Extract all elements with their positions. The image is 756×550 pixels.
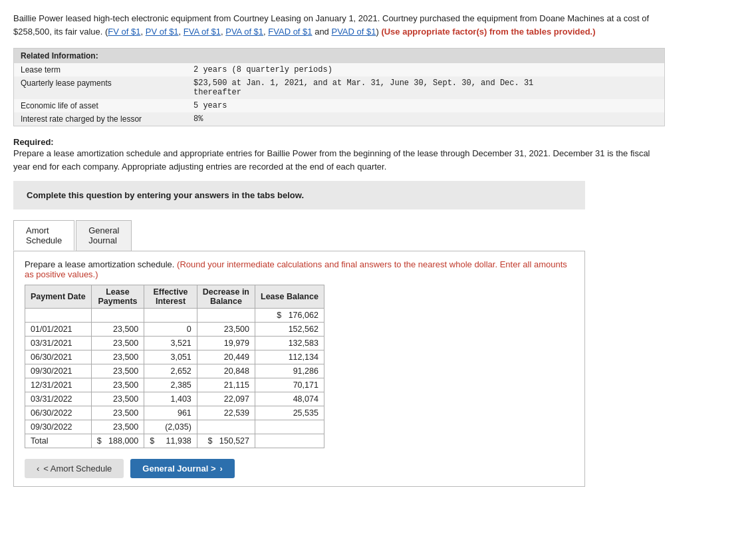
- cell-balance-5: 48,074: [255, 392, 324, 406]
- prev-arrow-icon: ‹: [37, 464, 39, 474]
- table-row-total: Total $ 188,000 $ 11,938 $ 150,527: [25, 434, 324, 448]
- cell-interest-7: (2,035): [144, 420, 197, 434]
- col-header-decrease: Decrease inBalance: [197, 285, 255, 309]
- pv-link[interactable]: PV of $1: [146, 27, 179, 37]
- cell-payments-0: 23,500: [91, 323, 144, 337]
- cell-interest-0: 0: [144, 323, 197, 337]
- tab-instruction-main: Prepare a lease amortization schedule.: [25, 259, 177, 269]
- cell-decrease-2: 20,449: [197, 350, 255, 364]
- fvad-link[interactable]: FVAD of $1: [268, 27, 312, 37]
- related-info-row-2: Economic life of asset 5 years: [14, 99, 664, 112]
- cell-decrease-0: 23,500: [197, 323, 255, 337]
- use-factors-text: (Use appropriate factor(s) from the tabl…: [381, 27, 595, 37]
- col-header-date: Payment Date: [25, 285, 92, 309]
- cell-payments-4: 23,500: [91, 378, 144, 392]
- col-header-interest: EffectiveInterest: [144, 285, 197, 309]
- cell-interest-2: 3,051: [144, 350, 197, 364]
- required-section: Required: Prepare a lease amortization s…: [13, 137, 665, 173]
- cell-balance-1: 132,583: [255, 337, 324, 350]
- table-row-1: 03/31/2021 23,500 3,521 19,979 132,583: [25, 337, 324, 350]
- related-info-row-0: Lease term 2 years (8 quarterly periods): [14, 63, 664, 76]
- tab-content-amort: Prepare a lease amortization schedule. (…: [13, 251, 585, 487]
- ri-value-2: 5 years: [187, 99, 664, 112]
- ri-value-0: 2 years (8 quarterly periods): [187, 63, 664, 76]
- tab-general-journal[interactable]: GeneralJournal: [76, 220, 132, 251]
- amort-table: Payment Date LeasePayments EffectiveInte…: [25, 285, 324, 448]
- ri-value-3: 8%: [187, 112, 664, 126]
- table-row-0: 01/01/2021 23,500 0 23,500 152,562: [25, 323, 324, 337]
- cell-decrease-6: 22,539: [197, 406, 255, 420]
- ri-label-0: Lease term: [14, 63, 187, 76]
- next-button[interactable]: General Journal > ›: [130, 459, 235, 478]
- cell-balance-2: 112,134: [255, 350, 324, 364]
- pva-link[interactable]: PVA of $1: [225, 27, 263, 37]
- cell-interest-5: 1,403: [144, 392, 197, 406]
- cell-payments-opening: [91, 309, 144, 323]
- cell-date-7: 09/30/2022: [25, 420, 92, 434]
- col-header-balance: Lease Balance: [255, 285, 324, 309]
- cell-payments-7: 23,500: [91, 420, 144, 434]
- cell-decrease-5: 22,097: [197, 392, 255, 406]
- table-row-4: 12/31/2021 23,500 2,385 21,115 70,171: [25, 378, 324, 392]
- cell-payments-1: 23,500: [91, 337, 144, 350]
- table-header-row: Payment Date LeasePayments EffectiveInte…: [25, 285, 324, 309]
- prev-button-label: < Amort Schedule: [43, 464, 112, 474]
- next-button-label: General Journal >: [142, 464, 215, 474]
- complete-question-box: Complete this question by entering your …: [13, 181, 585, 209]
- table-row-2: 06/30/2021 23,500 3,051 20,449 112,134: [25, 350, 324, 364]
- cell-date-opening: [25, 309, 92, 323]
- ri-label-1: Quarterly lease payments: [14, 76, 187, 99]
- cell-date-2: 06/30/2021: [25, 350, 92, 364]
- cell-date-1: 03/31/2021: [25, 337, 92, 350]
- cell-balance-0: 152,562: [255, 323, 324, 337]
- cell-payments-5: 23,500: [91, 392, 144, 406]
- cell-interest-6: 961: [144, 406, 197, 420]
- cell-interest-3: 2,652: [144, 364, 197, 378]
- cell-decrease-opening: [197, 309, 255, 323]
- cell-date-0: 01/01/2021: [25, 323, 92, 337]
- cell-decrease-7: [197, 420, 255, 434]
- cell-date-3: 09/30/2021: [25, 364, 92, 378]
- ri-label-2: Economic life of asset: [14, 99, 187, 112]
- cell-total-balance: [255, 434, 324, 448]
- table-row-5: 03/31/2022 23,500 1,403 22,097 48,074: [25, 392, 324, 406]
- table-row-7: 09/30/2022 23,500 (2,035): [25, 420, 324, 434]
- intro-paragraph: Baillie Power leased high-tech electroni…: [13, 12, 665, 39]
- cell-date-4: 12/31/2021: [25, 378, 92, 392]
- tab-instruction: Prepare a lease amortization schedule. (…: [25, 259, 574, 279]
- ri-value-1: $23,500 at Jan. 1, 2021, and at Mar. 31,…: [187, 76, 664, 99]
- cell-payments-3: 23,500: [91, 364, 144, 378]
- cell-balance-3: 91,286: [255, 364, 324, 378]
- pvad-link[interactable]: PVAD of $1: [331, 27, 376, 37]
- cell-balance-4: 70,171: [255, 378, 324, 392]
- table-row-opening: $ 176,062: [25, 309, 324, 323]
- nav-buttons: ‹ < Amort Schedule General Journal > ›: [25, 459, 574, 478]
- related-info-row-3: Interest rate charged by the lessor 8%: [14, 112, 664, 126]
- related-info-box: Related Information: Lease term 2 years …: [13, 48, 665, 126]
- cell-decrease-3: 20,848: [197, 364, 255, 378]
- required-body: Prepare a lease amortization schedule an…: [13, 147, 665, 173]
- cell-balance-opening: $ 176,062: [255, 309, 324, 323]
- table-row-6: 06/30/2022 23,500 961 22,539 25,535: [25, 406, 324, 420]
- cell-balance-6: 25,535: [255, 406, 324, 420]
- tabs-row: AmortSchedule GeneralJournal: [13, 220, 585, 251]
- cell-date-5: 03/31/2022: [25, 392, 92, 406]
- ri-label-3: Interest rate charged by the lessor: [14, 112, 187, 126]
- fv-link[interactable]: FV of $1: [108, 27, 140, 37]
- related-info-row-1: Quarterly lease payments $23,500 at Jan.…: [14, 76, 664, 99]
- cell-total-decrease: $ 150,527: [197, 434, 255, 448]
- cell-balance-7: [255, 420, 324, 434]
- related-info-header: Related Information:: [14, 49, 664, 63]
- cell-decrease-1: 19,979: [197, 337, 255, 350]
- cell-total-label: Total: [25, 434, 92, 448]
- cell-date-6: 06/30/2022: [25, 406, 92, 420]
- cell-payments-6: 23,500: [91, 406, 144, 420]
- required-title: Required:: [13, 137, 665, 147]
- tab-amort-schedule[interactable]: AmortSchedule: [13, 220, 74, 251]
- next-arrow-icon: ›: [220, 464, 223, 474]
- fva-link[interactable]: FVA of $1: [184, 27, 221, 37]
- col-header-payments: LeasePayments: [91, 285, 144, 309]
- tabs-container: AmortSchedule GeneralJournal Prepare a l…: [13, 220, 585, 487]
- cell-total-interest: $ 11,938: [144, 434, 197, 448]
- prev-button[interactable]: ‹ < Amort Schedule: [25, 459, 124, 478]
